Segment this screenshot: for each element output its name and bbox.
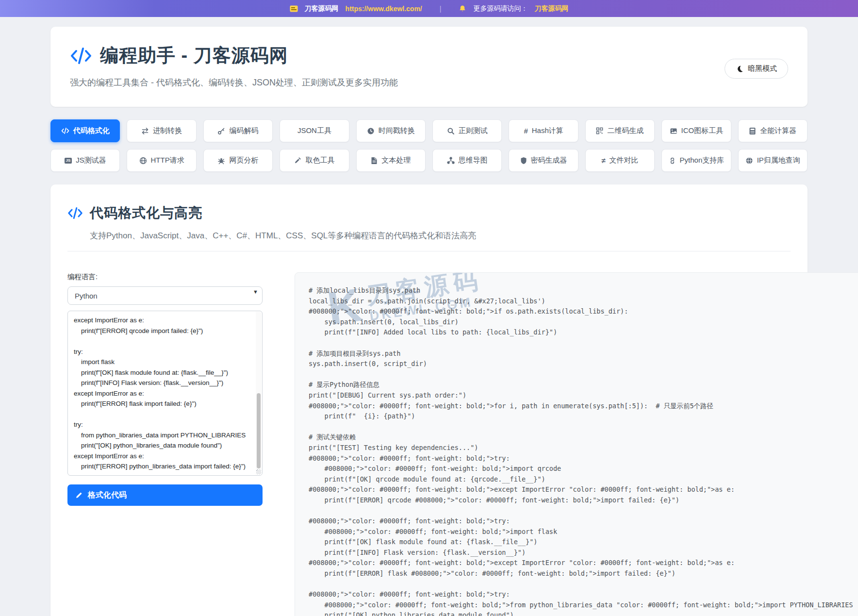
section-subtitle: 支持Python、JavaScript、Java、C++、C#、HTML、CSS… (67, 230, 791, 251)
spider-icon (217, 157, 225, 165)
tool-button-qrcode-generate[interactable]: 二维码生成 (585, 119, 655, 142)
format-button-label: 格式化代码 (88, 490, 127, 500)
tool-button-base-convert[interactable]: 进制转换 (127, 119, 196, 142)
language-selected-value: Python (75, 292, 98, 300)
sitemap-icon (447, 157, 455, 164)
code-input-wrapper: except ImportError as e: print(f"[ERROR]… (67, 311, 263, 476)
topbar: 刀客源码网 https://www.dkewl.com/ | 更多源码请访问： … (0, 0, 858, 17)
format-code-button[interactable]: 格式化代码 (67, 484, 263, 506)
section-title: 代码格式化与高亮 (90, 204, 202, 222)
tool-button-ico-icon-tools[interactable]: ICO图标工具 (661, 119, 731, 142)
file-text-icon (371, 157, 378, 165)
image-icon (670, 127, 677, 135)
formatted-code-output: # 添加local_libs目录到sys.path local_libs_dir… (309, 285, 853, 616)
formatter-output-column: K 刀客源码 DKEWL.COM # 添加local_libs目录到sys.pa… (295, 272, 858, 616)
tool-button-hash-calc[interactable]: # Hash计算 (509, 119, 578, 142)
hash-icon: # (524, 127, 528, 134)
not-equal-icon: ≠ (601, 157, 605, 164)
topbar-divider: | (440, 5, 442, 13)
key-icon (217, 127, 225, 135)
tool-button-password-generator[interactable]: 密码生成器 (509, 149, 578, 172)
page-header: 编程助手 - 刀客源码网 强大的编程工具集合 - 代码格式化、编码转换、JSON… (50, 27, 808, 107)
formatted-output-panel: K 刀客源码 DKEWL.COM # 添加local_libs目录到sys.pa… (295, 272, 858, 616)
resize-handle[interactable] (256, 469, 261, 474)
site-logo-icon (290, 5, 298, 12)
tool-button-regex-test[interactable]: 正则测试 (432, 119, 502, 142)
code-icon (70, 46, 92, 66)
tool-button-file-diff[interactable]: ≠ 文件对比 (585, 149, 655, 172)
page-title-row: 编程助手 - 刀客源码网 (70, 43, 788, 68)
formatter-input-column: 编程语言: Python ▼ except ImportError as e: … (67, 272, 263, 616)
page-subtitle: 强大的编程工具集合 - 代码格式化、编码转换、JSON处理、正则测试及更多实用功… (70, 77, 788, 88)
tool-button-calculator[interactable]: 全能计算器 (738, 119, 808, 142)
tool-button-webpage-analyze[interactable]: 网页分析 (203, 149, 273, 172)
topbar-more-link[interactable]: 刀客源码网 (534, 4, 568, 13)
tool-button-color-picker[interactable]: 取色工具 (280, 149, 349, 172)
chevron-down-icon: ▼ (253, 289, 258, 295)
bell-icon (459, 5, 466, 13)
python-icon (669, 157, 676, 165)
eyedropper-icon (294, 157, 301, 164)
tool-nav: 代码格式化 进制转换 编码解码 JSON工具 时间戳转换 正则测试 # Hash… (50, 119, 808, 172)
tool-button-http-request[interactable]: HTTP请求 (127, 149, 196, 172)
qrcode-icon (596, 127, 603, 134)
exchange-icon (141, 127, 149, 135)
clock-icon (367, 127, 375, 135)
page-title: 编程助手 - 刀客源码网 (100, 43, 288, 68)
js-icon: JS (65, 158, 72, 164)
moon-icon (736, 65, 743, 73)
globe-icon (139, 157, 147, 165)
dark-mode-button[interactable]: 暗黑模式 (725, 59, 788, 79)
code-icon (61, 127, 69, 134)
dark-mode-label: 暗黑模式 (748, 64, 777, 73)
tool-button-ip-lookup[interactable]: IP归属地查询 (738, 149, 808, 172)
tool-button-encode-decode[interactable]: 编码解码 (203, 119, 273, 142)
language-select[interactable]: Python ▼ (67, 286, 263, 305)
code-icon (67, 206, 83, 220)
tool-button-code-format[interactable]: 代码格式化 (50, 119, 120, 142)
tool-button-timestamp-convert[interactable]: 时间戳转换 (356, 119, 426, 142)
tool-button-js-tester[interactable]: JS JS测试器 (50, 149, 120, 172)
source-code-input[interactable]: except ImportError as e: print(f"[ERROR]… (67, 311, 263, 476)
globe-icon (745, 157, 753, 165)
tool-button-text-process[interactable]: 文本处理 (356, 149, 426, 172)
topbar-site-url-link[interactable]: https://www.dkewl.com/ (346, 5, 422, 13)
tool-button-python-libs[interactable]: Python支持库 (661, 149, 731, 172)
shield-icon (520, 157, 527, 165)
topbar-site-name: 刀客源码网 (305, 4, 339, 13)
calculator-icon (749, 127, 756, 135)
section-header: 代码格式化与高亮 (67, 204, 791, 222)
topbar-more-text: 更多源码请访问： (473, 4, 528, 13)
language-label: 编程语言: (67, 272, 263, 282)
textarea-scrollbar[interactable] (256, 312, 262, 475)
scrollbar-thumb[interactable] (257, 393, 261, 468)
pencil-icon (75, 491, 83, 499)
tool-button-mindmap[interactable]: 思维导图 (432, 149, 502, 172)
search-icon (447, 127, 455, 135)
code-formatter-panel: 代码格式化与高亮 支持Python、JavaScript、Java、C++、C#… (50, 184, 808, 616)
tool-button-json-tools[interactable]: JSON工具 (280, 119, 349, 142)
